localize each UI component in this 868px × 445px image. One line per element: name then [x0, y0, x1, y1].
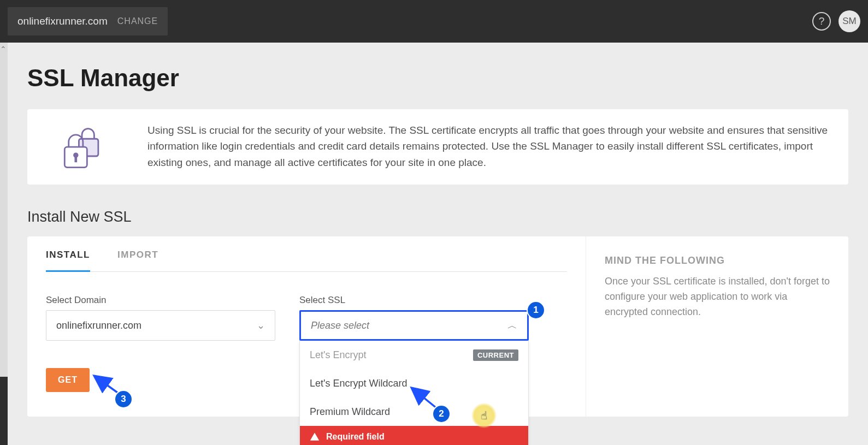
domain-select[interactable]: onlinefixrunner.com ⌄ [46, 310, 275, 341]
domain-label: Select Domain [46, 295, 297, 306]
ssl-dropdown: Let's Encrypt CURRENT Let's Encrypt Wild… [299, 341, 529, 445]
tab-install[interactable]: INSTALL [46, 236, 90, 272]
ssl-label: Select SSL [299, 295, 551, 306]
annotation-2: 2 [433, 406, 450, 422]
tab-import[interactable]: IMPORT [117, 236, 158, 271]
domain-select-value: onlinefixrunner.com [56, 320, 141, 331]
ssl-option-label: Premium Wildcard [310, 406, 390, 418]
page-title: SSL Manager [27, 64, 848, 92]
warning-icon [310, 432, 320, 442]
current-domain: onlinefixrunner.com [17, 15, 108, 27]
chevron-down-icon: ⌄ [257, 321, 265, 330]
top-bar: onlinefixrunner.com CHANGE ? SM [0, 0, 868, 43]
aside-title: MIND THE FOLLOWING [605, 255, 830, 266]
aside-text: Once your SSL certificate is installed, … [605, 274, 830, 320]
info-card: Using SSL is crucial for the security of… [27, 109, 848, 185]
side-rail: ⌃ [0, 43, 8, 445]
annotation-1: 1 [528, 302, 544, 318]
help-icon[interactable]: ? [812, 12, 831, 31]
ssl-option-lets-encrypt[interactable]: Let's Encrypt CURRENT [300, 341, 528, 369]
info-text: Using SSL is crucial for the security of… [147, 122, 832, 170]
panel-left: INSTALL IMPORT Select Domain onlinefixru… [27, 236, 586, 417]
required-field-error: Required field [300, 426, 528, 445]
ssl-select[interactable]: Please select ︿ [299, 310, 529, 341]
form-row: Select Domain onlinefixrunner.com ⌄ GET … [46, 295, 567, 392]
section-title: Install New SSL [27, 209, 848, 226]
top-right-controls: ? SM [812, 10, 860, 32]
ssl-lock-icon [44, 122, 120, 171]
domain-switcher[interactable]: onlinefixrunner.com CHANGE [8, 7, 168, 35]
content: SSL Manager Using SSL is crucial for the… [8, 43, 868, 445]
change-domain-button[interactable]: CHANGE [117, 16, 158, 26]
tabs: INSTALL IMPORT [46, 236, 567, 272]
svg-rect-3 [74, 156, 77, 162]
side-rail-dark [0, 377, 8, 445]
ssl-option-label: Let's Encrypt Wildcard [310, 378, 408, 389]
error-text: Required field [326, 432, 385, 442]
annotation-3: 3 [115, 391, 132, 407]
ssl-column: Select SSL Please select ︿ Let's Encrypt… [299, 295, 551, 392]
caret-icon: ⌃ [0, 45, 7, 54]
get-button[interactable]: GET [46, 368, 90, 392]
current-badge: CURRENT [473, 349, 518, 361]
ssl-option-lets-encrypt-wildcard[interactable]: Let's Encrypt Wildcard ☝︎ [300, 369, 528, 397]
ssl-select-placeholder: Please select [311, 320, 369, 331]
panel-right: MIND THE FOLLOWING Once your SSL certifi… [586, 236, 848, 417]
ssl-option-label: Let's Encrypt [310, 349, 366, 361]
ssl-option-premium-wildcard[interactable]: Premium Wildcard [300, 397, 528, 426]
chevron-up-icon: ︿ [507, 321, 517, 330]
avatar[interactable]: SM [839, 10, 860, 32]
install-panel: INSTALL IMPORT Select Domain onlinefixru… [27, 236, 848, 417]
ssl-select-wrap: Please select ︿ Let's Encrypt CURRENT Le… [299, 310, 529, 341]
domain-column: Select Domain onlinefixrunner.com ⌄ GET [46, 295, 297, 392]
